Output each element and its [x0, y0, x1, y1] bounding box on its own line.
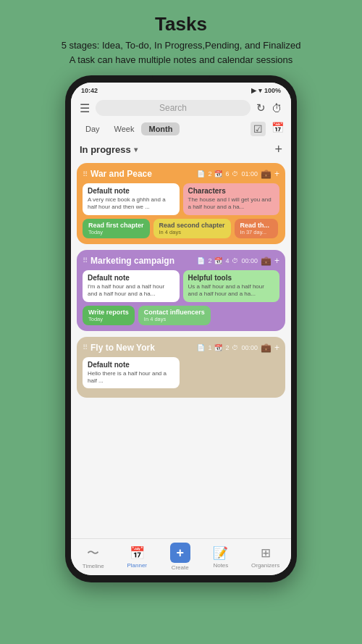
nav-organizers[interactable]: ⊞ Organizers — [251, 545, 279, 569]
note-default[interactable]: Default note A very nice book a ghhh and… — [83, 183, 180, 215]
session-read-first[interactable]: Read first chapter Today — [83, 219, 150, 238]
nav-create[interactable]: + Create — [170, 543, 190, 571]
sessions-count-2: 4 — [225, 257, 229, 264]
task-time-3: 00:00 — [241, 344, 258, 351]
status-bar: 10:42 ▶ ▾ 100% — [71, 83, 291, 97]
note-default-2[interactable]: Default note I'm a half hour and a half … — [83, 270, 180, 302]
task-time: 01:00 — [241, 170, 258, 177]
nav-planner-label: Planner — [127, 562, 147, 569]
task-title-war-peace: War and Peace — [90, 169, 197, 179]
phone-screen: 10:42 ▶ ▾ 100% ☰ Search ↻ ⏱ Day Week Mon… — [71, 83, 291, 575]
search-placeholder: Search — [159, 103, 187, 113]
time-icon-2: ⏱ — [232, 257, 238, 264]
signal-icon: ▶ — [251, 87, 256, 94]
sessions-count-icon-3: 📆 — [214, 344, 222, 351]
planner-icon-wrapper: 📅 — [130, 545, 145, 561]
tab-day[interactable]: Day — [78, 122, 107, 135]
scroll-content: ⠿ War and Peace 📄 2 📆 6 ⏱ 01:00 💼 + — [71, 160, 291, 538]
nav-notes[interactable]: 📝 Notes — [213, 545, 228, 569]
session-contact[interactable]: Contact influencers In 4 days — [138, 306, 211, 325]
section-header: In progress ▾ + — [71, 139, 291, 160]
note-helpful-title: Helpful tools — [188, 274, 275, 282]
task-card-fly-newyork: ⠿ Fly to New York 📄 1 📆 2 ⏱ 00:00 💼 + — [77, 337, 285, 398]
sessions-row-marketing: Write reports Today Contact influencers … — [83, 306, 279, 325]
note-default-text: A very nice book a ghhh and a half hour … — [88, 196, 174, 212]
task-add-icon[interactable]: + — [274, 169, 279, 179]
briefcase-icon-2[interactable]: 💼 — [261, 256, 272, 266]
note-characters[interactable]: Characters The house and I will get you … — [183, 183, 280, 215]
nav-timeline[interactable]: 〜 Timeline — [83, 545, 104, 569]
sessions-count-icon: 📆 — [214, 170, 222, 177]
timeline-icon: 〜 — [87, 545, 99, 561]
briefcase-icon-3[interactable]: 💼 — [261, 343, 272, 353]
note-default-2-title: Default note — [88, 274, 174, 282]
battery-text: 100% — [264, 87, 281, 94]
task-marketing-header: ⠿ Marketing campaign 📄 2 📆 4 ⏱ 00:00 💼 + — [83, 256, 279, 266]
task-time-2: 00:00 — [241, 257, 258, 264]
task-meta-war-peace: 📄 2 📆 6 ⏱ 01:00 — [197, 170, 258, 177]
section-dropdown-arrow[interactable]: ▾ — [134, 146, 138, 154]
refresh-icon[interactable]: ↻ — [256, 101, 266, 114]
organizers-icon: ⊞ — [261, 545, 271, 561]
page-header: Tasks 5 stages: Idea, To-do, In Progress… — [62, 13, 301, 67]
task-add-icon-3[interactable]: + — [274, 343, 279, 353]
notes-nav-icon: 📝 — [213, 545, 228, 561]
drag-handle-icon[interactable]: ⠿ — [83, 170, 88, 178]
search-box[interactable]: Search — [96, 100, 251, 116]
session-write[interactable]: Write reports Today — [83, 306, 135, 325]
session-read-third[interactable]: Read th... In 37 day... — [235, 219, 278, 238]
task-card-marketing: ⠿ Marketing campaign 📄 2 📆 4 ⏱ 00:00 💼 + — [77, 250, 285, 331]
time-icon: ⏱ — [232, 170, 238, 177]
phone-notch — [152, 75, 210, 83]
section-title: In progress ▾ — [80, 144, 138, 155]
tab-week[interactable]: Week — [107, 122, 142, 135]
period-right-icons: ☑ 📅 — [251, 122, 284, 136]
session-read-second[interactable]: Read second chapter In 4 days — [153, 219, 231, 238]
note-default-2-text: I'm a half hour and a half hour and a ha… — [88, 283, 174, 298]
task-add-icon-2[interactable]: + — [274, 256, 279, 266]
notes-count-icon-3: 📄 — [197, 344, 205, 351]
nav-notes-label: Notes — [213, 562, 228, 569]
notes-count: 2 — [208, 170, 211, 177]
note-default-3[interactable]: Default note Hello there is a half hour … — [83, 357, 180, 389]
drag-handle-icon-3[interactable]: ⠿ — [83, 343, 88, 351]
briefcase-icon[interactable]: 💼 — [261, 169, 272, 179]
note-default-3-title: Default note — [88, 361, 174, 369]
calendar-icon[interactable]: 📅 — [272, 122, 284, 136]
task-card-war-peace: ⠿ War and Peace 📄 2 📆 6 ⏱ 01:00 💼 + — [77, 163, 285, 244]
page-title: Tasks — [62, 13, 301, 35]
status-time: 10:42 — [81, 87, 98, 94]
note-characters-text: The house and I will get you and a half … — [188, 196, 275, 212]
task-action-icons-3: 💼 + — [261, 343, 279, 353]
task-meta-marketing: 📄 2 📆 4 ⏱ 00:00 — [197, 257, 258, 264]
time-icon-3: ⏱ — [232, 344, 238, 351]
task-action-icons-2: 💼 + — [261, 256, 279, 266]
notes-count-icon: 📄 — [197, 170, 205, 177]
task-fly-header: ⠿ Fly to New York 📄 1 📆 2 ⏱ 00:00 💼 + — [83, 343, 279, 353]
notes-count-3: 1 — [208, 344, 211, 351]
nav-create-label: Create — [172, 564, 189, 571]
notes-grid-marketing: Default note I'm a half hour and a half … — [83, 270, 279, 302]
note-helpful-text: Us a half hour and a half hour and a hal… — [188, 283, 275, 298]
period-tabs: Day Week Month ☑ 📅 — [71, 120, 291, 139]
check-calendar-icon[interactable]: ☑ — [251, 122, 266, 136]
create-button[interactable]: + — [170, 543, 190, 563]
timer-icon[interactable]: ⏱ — [272, 102, 282, 114]
tab-month[interactable]: Month — [141, 122, 180, 135]
drag-handle-icon-2[interactable]: ⠿ — [83, 256, 88, 264]
hamburger-icon[interactable]: ☰ — [80, 101, 90, 115]
nav-organizers-label: Organizers — [251, 562, 279, 569]
task-title-fly: Fly to New York — [90, 343, 197, 353]
planner-icon: 📅 — [130, 546, 145, 560]
wifi-icon: ▾ — [258, 87, 262, 94]
note-helpful[interactable]: Helpful tools Us a half hour and a half … — [183, 270, 280, 302]
nav-planner[interactable]: 📅 Planner — [127, 545, 147, 569]
top-icons: ↻ ⏱ — [256, 101, 282, 114]
section-add-button[interactable]: + — [274, 142, 282, 157]
page-subtitle: 5 stages: Idea, To-do, In Progress,Pendi… — [62, 38, 301, 67]
bottom-nav: 〜 Timeline 📅 Planner + Create 📝 Notes — [71, 538, 291, 575]
sessions-count-icon-2: 📆 — [214, 257, 222, 264]
status-right: ▶ ▾ 100% — [251, 87, 281, 94]
sessions-row-war-peace: Read first chapter Today Read second cha… — [83, 219, 279, 238]
sessions-count-3: 2 — [225, 344, 229, 351]
